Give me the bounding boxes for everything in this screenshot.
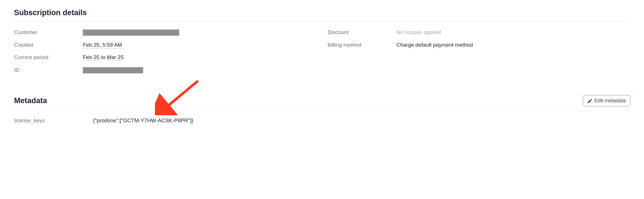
row-current-period: Current period Feb 25 to Mar 25 [14, 54, 316, 61]
value-current-period: Feb 25 to Mar 25 [83, 54, 124, 61]
row-created: Created Feb 25, 5:59 AM [14, 41, 316, 49]
period-to-word: to [99, 54, 107, 60]
row-id: ID [14, 66, 316, 74]
row-discount: Discount No coupon applied [328, 29, 630, 36]
subscription-left-column: Customer Created Feb 25, 5:59 AM Current… [14, 29, 316, 79]
period-start-date[interactable]: Feb 25 [83, 54, 99, 61]
divider [14, 21, 630, 21]
value-id [83, 66, 143, 74]
edit-metadata-button[interactable]: Edit metadata [583, 96, 630, 106]
divider [14, 110, 630, 110]
label-customer: Customer [14, 29, 83, 36]
metadata-key-license-keys: license_keys [14, 117, 93, 124]
created-date[interactable]: Feb 25, 5:59 AM [83, 42, 122, 48]
row-customer: Customer [14, 29, 316, 36]
value-discount: No coupon applied [396, 29, 441, 36]
pencil-icon [588, 99, 592, 103]
label-billing-method: Billing method [328, 41, 396, 49]
subscription-details-title: Subscription details [14, 8, 630, 17]
label-current-period: Current period [14, 54, 83, 61]
row-billing-method: Billing method Charge default payment me… [328, 41, 630, 49]
metadata-value-license-keys: {"prodone":["GCTM-Y7HW-ACSK-P8PR"]} [93, 117, 193, 124]
label-discount: Discount [328, 29, 396, 36]
label-created: Created [14, 41, 83, 49]
metadata-header: Metadata Edit metadata [14, 96, 630, 106]
subscription-right-column: Discount No coupon applied Billing metho… [328, 29, 630, 79]
period-end-date[interactable]: Mar 25 [107, 54, 124, 61]
value-customer [83, 29, 179, 36]
redacted-block [83, 67, 143, 73]
metadata-row-license-keys: license_keys {"prodone":["GCTM-Y7HW-ACSK… [14, 117, 630, 124]
redacted-block [83, 30, 179, 36]
label-id: ID [14, 66, 83, 74]
subscription-details-grid: Customer Created Feb 25, 5:59 AM Current… [14, 29, 630, 79]
value-billing-method: Charge default payment method [396, 41, 473, 49]
edit-metadata-label: Edit metadata [594, 98, 626, 104]
value-created: Feb 25, 5:59 AM [83, 41, 122, 49]
metadata-title: Metadata [14, 96, 47, 105]
